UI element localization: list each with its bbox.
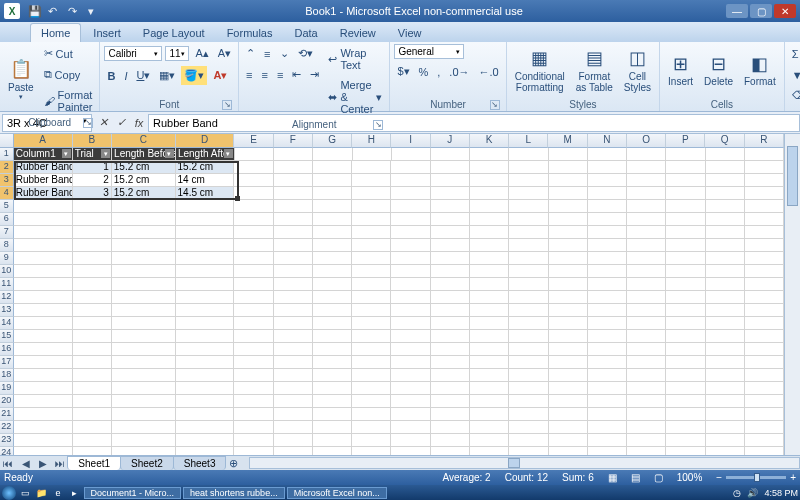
cell[interactable] xyxy=(666,226,705,239)
cell[interactable] xyxy=(627,421,666,434)
cell[interactable] xyxy=(470,161,509,174)
cell[interactable] xyxy=(274,317,313,330)
cell[interactable] xyxy=(549,304,588,317)
cell[interactable] xyxy=(274,330,313,343)
cell[interactable] xyxy=(627,161,666,174)
cell[interactable] xyxy=(73,213,112,226)
sheet-tab[interactable]: Sheet3 xyxy=(173,456,227,470)
enter-icon[interactable]: ✓ xyxy=(112,116,130,129)
cell[interactable]: 1 xyxy=(73,161,112,174)
tab-view[interactable]: View xyxy=(388,24,432,42)
cell[interactable] xyxy=(706,174,745,187)
cell[interactable] xyxy=(352,200,391,213)
font-size-dropdown[interactable]: 11▾ xyxy=(165,46,189,61)
cell[interactable] xyxy=(353,148,392,161)
cell[interactable] xyxy=(431,369,470,382)
cell[interactable] xyxy=(470,200,509,213)
cell[interactable] xyxy=(745,226,784,239)
cell[interactable] xyxy=(352,187,391,200)
cell[interactable] xyxy=(313,356,352,369)
row-header[interactable]: 18 xyxy=(0,369,14,382)
cell[interactable] xyxy=(176,226,235,239)
cell[interactable] xyxy=(666,395,705,408)
explorer-icon[interactable]: 📁 xyxy=(35,488,49,498)
cell[interactable] xyxy=(14,330,73,343)
column-header[interactable]: O xyxy=(627,134,666,148)
cell[interactable] xyxy=(666,369,705,382)
orientation-icon[interactable]: ⟲▾ xyxy=(295,44,316,63)
cell[interactable]: Trial▾ xyxy=(73,148,112,161)
cell[interactable] xyxy=(588,252,627,265)
cell[interactable] xyxy=(666,265,705,278)
cell[interactable] xyxy=(470,148,509,161)
cell[interactable] xyxy=(431,382,470,395)
cell[interactable] xyxy=(666,252,705,265)
cell[interactable] xyxy=(431,304,470,317)
cell[interactable] xyxy=(313,395,352,408)
cell[interactable] xyxy=(509,369,548,382)
column-header[interactable]: F xyxy=(274,134,313,148)
cell[interactable] xyxy=(431,213,470,226)
cell[interactable]: 2 xyxy=(73,174,112,187)
cell[interactable] xyxy=(470,343,509,356)
cell[interactable] xyxy=(112,369,176,382)
start-button[interactable] xyxy=(2,486,16,500)
cell[interactable] xyxy=(176,278,235,291)
cell[interactable] xyxy=(313,434,352,447)
cell[interactable] xyxy=(549,421,588,434)
increase-indent-icon[interactable]: ⇥ xyxy=(307,65,322,84)
cell[interactable] xyxy=(391,421,430,434)
cell[interactable] xyxy=(509,395,548,408)
cell[interactable] xyxy=(14,252,73,265)
cell[interactable] xyxy=(431,148,470,161)
shrink-font-icon[interactable]: A▾ xyxy=(215,44,234,63)
fx-icon[interactable]: fx xyxy=(130,117,148,129)
cell[interactable] xyxy=(666,330,705,343)
cell[interactable] xyxy=(627,330,666,343)
cell[interactable] xyxy=(112,395,176,408)
cell[interactable] xyxy=(313,148,352,161)
cell[interactable] xyxy=(176,304,235,317)
cell[interactable] xyxy=(627,252,666,265)
cell[interactable] xyxy=(666,356,705,369)
taskbar-task[interactable]: heat shortens rubbe... xyxy=(183,487,285,499)
cell[interactable] xyxy=(706,239,745,252)
cell[interactable] xyxy=(392,148,431,161)
clipboard-launcher[interactable]: ↘ xyxy=(83,118,93,128)
cell[interactable] xyxy=(745,200,784,213)
cell[interactable] xyxy=(431,161,470,174)
currency-icon[interactable]: $▾ xyxy=(394,62,412,81)
format-painter-button[interactable]: 🖌 Format Painter xyxy=(41,86,96,116)
cell[interactable] xyxy=(274,343,313,356)
cell[interactable] xyxy=(176,421,235,434)
cell[interactable] xyxy=(313,304,352,317)
cell[interactable] xyxy=(176,265,235,278)
taskbar-task[interactable]: Document1 - Micro... xyxy=(84,487,182,499)
font-color-button[interactable]: A▾ xyxy=(210,66,230,85)
cell[interactable] xyxy=(176,200,235,213)
cell[interactable] xyxy=(73,434,112,447)
cell[interactable] xyxy=(274,252,313,265)
row-header[interactable]: 6 xyxy=(0,213,14,226)
cell[interactable] xyxy=(112,200,176,213)
number-format-dropdown[interactable]: General▾ xyxy=(394,44,464,59)
cell[interactable] xyxy=(666,213,705,226)
cell[interactable] xyxy=(588,226,627,239)
cell[interactable] xyxy=(706,148,745,161)
cell[interactable]: 3 xyxy=(73,187,112,200)
clear-button[interactable]: ⌫ Clear ▾ xyxy=(789,86,800,105)
cell[interactable] xyxy=(627,291,666,304)
cell[interactable] xyxy=(627,148,666,161)
cell[interactable] xyxy=(274,278,313,291)
cell[interactable] xyxy=(470,447,509,455)
format-as-table-button[interactable]: ▤Format as Table xyxy=(572,44,617,98)
cell[interactable] xyxy=(391,239,430,252)
tab-review[interactable]: Review xyxy=(330,24,386,42)
cell[interactable] xyxy=(14,239,73,252)
clock[interactable]: 4:58 PM xyxy=(764,488,798,498)
cell[interactable]: Column1▾ xyxy=(14,148,73,161)
cell[interactable] xyxy=(391,252,430,265)
cell[interactable] xyxy=(745,304,784,317)
tray-icon[interactable]: 🔊 xyxy=(747,488,758,498)
cell[interactable] xyxy=(14,265,73,278)
